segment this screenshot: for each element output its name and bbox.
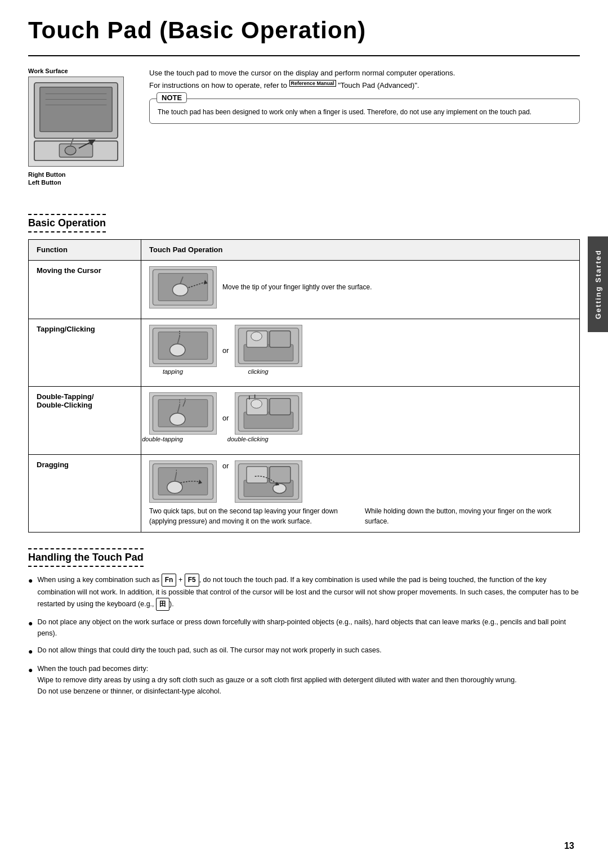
page: Touch Pad (Basic Operation) Work Surface: [0, 0, 608, 868]
table-header-operation: Touch Pad Operation: [141, 240, 580, 261]
dragging-desc-2: While holding down the button, moving yo…: [365, 506, 571, 526]
double-or: or: [222, 413, 229, 424]
moving-desc: Move the tip of your finger lightly over…: [222, 282, 372, 292]
svg-point-29: [170, 413, 185, 425]
note-text: The touch pad has been designed to work …: [158, 107, 571, 118]
handling-bullet-2: Do not place any object on the work surf…: [28, 616, 580, 639]
svg-rect-50: [247, 466, 267, 482]
tapping-image: [149, 325, 217, 367]
handling-bullet-4: When the touch pad becomes dirty: Wipe t…: [28, 663, 580, 697]
table-row-moving: Moving the Cursor: [29, 260, 580, 319]
intro-section: Work Surface: [28, 68, 580, 187]
handling-bullet-1: When using a key combination such as Fn …: [28, 574, 580, 611]
left-button-label: Left Button: [28, 179, 132, 186]
svg-point-53: [272, 483, 285, 493]
clicking-label: clicking: [248, 367, 268, 377]
left-diagram: Work Surface: [28, 68, 132, 187]
intro-text: Use the touch pad to move the cursor on …: [149, 68, 580, 92]
double-tapping-label: double-tapping: [142, 435, 183, 444]
moving-images: Move the tip of your finger lightly over…: [149, 266, 571, 308]
dragging-or: or: [222, 460, 229, 472]
operation-dragging: or: [141, 454, 580, 532]
double-clicking-label: double-clicking: [227, 435, 269, 444]
svg-point-26: [251, 332, 261, 341]
double-tapping-image: [149, 392, 217, 435]
laptop-diagram: [28, 77, 124, 167]
double-images: double-tapping or: [149, 392, 571, 444]
basic-operation-heading: Basic Operation: [28, 214, 106, 232]
button-labels: Right Button Left Button: [28, 171, 132, 186]
handling-bullet-3: Do not allow things that could dirty the…: [28, 645, 580, 657]
svg-point-18: [170, 344, 185, 356]
handling-heading: Handling the Touch Pad: [28, 548, 144, 567]
key-windows: 田: [156, 598, 169, 611]
basic-operation-table: Function Touch Pad Operation Moving the …: [28, 239, 580, 533]
work-surface-label: Work Surface: [28, 68, 132, 74]
key-fn: Fn: [162, 574, 177, 587]
svg-point-7: [65, 146, 76, 155]
function-double: Double-Tapping/ Double-Clicking: [29, 387, 141, 455]
table-header-function: Function: [29, 240, 141, 261]
svg-rect-37: [270, 399, 290, 415]
page-number: 13: [564, 841, 574, 851]
tapping-label: tapping: [163, 367, 183, 377]
svg-point-44: [167, 481, 182, 493]
double-clicking-image: [235, 392, 302, 435]
function-moving: Moving the Cursor: [29, 260, 141, 319]
handling-bullets: When using a key combination such as Fn …: [28, 574, 580, 697]
title-rule: [28, 55, 580, 56]
dragging-image-1: [149, 460, 217, 503]
svg-rect-24: [270, 330, 290, 347]
function-tapping: Tapping/Clicking: [29, 319, 141, 387]
operation-moving: Move the tip of your finger lightly over…: [141, 260, 580, 319]
tapping-or: or: [222, 345, 229, 356]
table-row-dragging: Dragging: [29, 454, 580, 532]
dragging-top-images: or: [149, 460, 571, 503]
table-row-double: Double-Tapping/ Double-Clicking: [29, 387, 580, 455]
side-tab: Getting Started: [588, 236, 608, 332]
ref-label: Reference Manual: [289, 80, 336, 87]
svg-rect-51: [270, 466, 290, 482]
clicking-image: [235, 325, 302, 367]
operation-double: double-tapping or: [141, 387, 580, 455]
right-content: Use the touch pad to move the cursor on …: [149, 68, 580, 187]
svg-point-12: [173, 284, 188, 296]
handling-section: Handling the Touch Pad When using a key …: [28, 548, 580, 697]
note-label: NOTE: [157, 92, 187, 103]
dragging-image-2: [235, 460, 302, 503]
operation-tapping: tapping or: [141, 319, 580, 387]
key-f5: F5: [185, 574, 199, 587]
svg-point-39: [251, 400, 261, 409]
table-row-tapping: Tapping/Clicking: [29, 319, 580, 387]
moving-image: [149, 266, 217, 308]
dragging-descriptions: Two quick taps, but on the second tap le…: [149, 506, 571, 526]
page-title: Touch Pad (Basic Operation): [28, 17, 580, 44]
function-dragging: Dragging: [29, 454, 141, 532]
tapping-images: tapping or: [149, 325, 571, 377]
right-button-label: Right Button: [28, 171, 132, 178]
note-box: NOTE The touch pad has been designed to …: [149, 99, 580, 124]
dragging-desc-1: Two quick taps, but on the second tap le…: [149, 506, 356, 526]
